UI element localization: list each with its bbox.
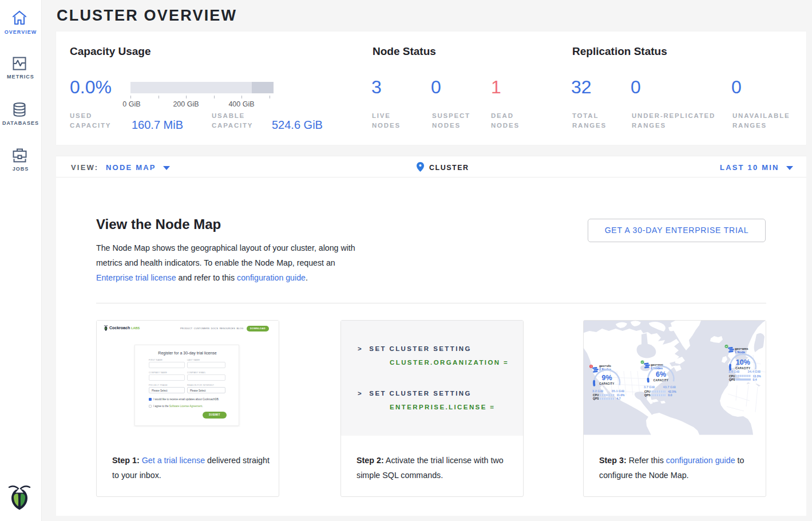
svg-text:CAPACITY: CAPACITY — [735, 367, 750, 370]
svg-text:QPS: QPS — [593, 397, 599, 400]
svg-text:3.7 GiB: 3.7 GiB — [644, 385, 655, 389]
svg-text:35.1 GiB: 35.1 GiB — [612, 389, 624, 393]
svg-text:CPU: CPU — [593, 393, 599, 397]
svg-text:43.7 GiB: 43.7 GiB — [663, 385, 676, 389]
svg-text:3.2 GiB: 3.2 GiB — [592, 389, 603, 393]
svg-text:10%: 10% — [736, 358, 750, 366]
svg-text:0.0: 0.0 — [668, 393, 672, 397]
svg-text:3.6 GiB: 3.6 GiB — [728, 370, 739, 373]
svg-text:11.0%: 11.0% — [617, 393, 625, 397]
svg-text:42.5%: 42.5% — [668, 390, 677, 393]
svg-text:CAPACITY: CAPACITY — [653, 379, 668, 382]
svg-text:0.4: 0.4 — [753, 378, 757, 381]
svg-text:6%: 6% — [656, 370, 666, 378]
svg-text:9%: 9% — [601, 374, 612, 382]
svg-text:CPU: CPU — [729, 374, 735, 378]
svg-text:CAPACITY: CAPACITY — [599, 382, 614, 385]
svg-text:4.7: 4.7 — [617, 397, 621, 400]
svg-text:1 Node: 1 Node — [735, 350, 745, 354]
svg-text:geo=sfo: geo=sfo — [599, 364, 612, 368]
svg-text:QPS: QPS — [729, 378, 735, 381]
svg-text:34.4 GiB: 34.4 GiB — [748, 370, 760, 373]
svg-text:13.3%: 13.3% — [753, 374, 762, 378]
svg-text:QPS: QPS — [644, 393, 651, 397]
svg-text:CPU: CPU — [644, 390, 651, 393]
svg-text:geo=ams: geo=ams — [735, 347, 748, 350]
